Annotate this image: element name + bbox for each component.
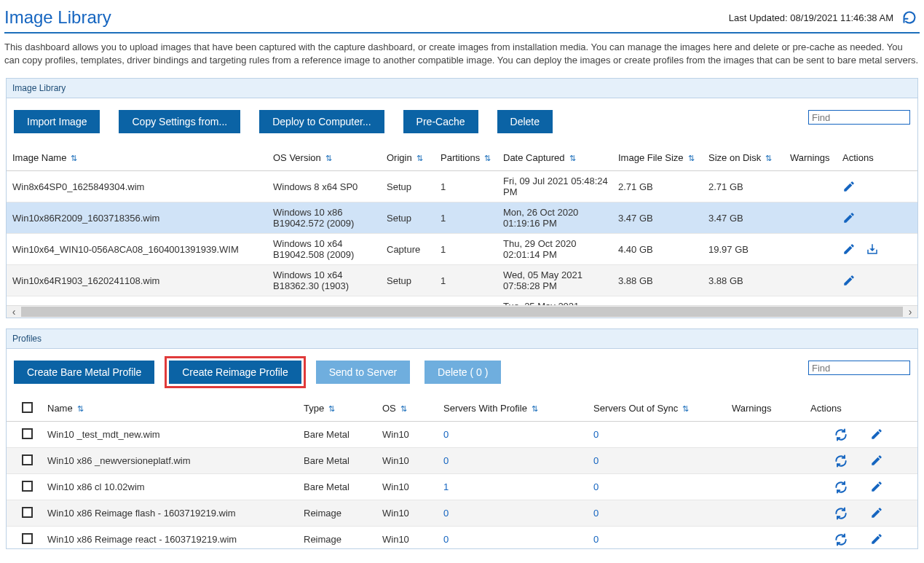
edit-icon[interactable] — [842, 211, 856, 224]
row-checkbox[interactable] — [22, 533, 33, 544]
cell-image-name: Win10x86R2009_1603718356.wim — [12, 213, 273, 224]
servers-out-of-sync-link[interactable]: 0 — [593, 455, 599, 466]
cell-size-on-disk: 19.97 GB — [708, 244, 790, 255]
pre-cache-button[interactable]: Pre-Cache — [403, 110, 478, 133]
sync-icon[interactable] — [834, 454, 848, 468]
servers-with-profile-link[interactable]: 0 — [443, 455, 449, 466]
cell-size-on-disk: 3.47 GB — [708, 213, 790, 224]
sync-icon[interactable] — [834, 506, 848, 521]
image-library-panel: Image Library Import Image Copy Settings… — [6, 78, 918, 318]
cell-origin: Setup — [387, 181, 441, 192]
col-profile-os[interactable]: OS⇅ — [382, 403, 443, 414]
sort-icon[interactable]: ⇅ — [71, 154, 77, 162]
profile-row[interactable]: Win10 x86 Reimage react - 1603719219.wim… — [7, 527, 917, 548]
servers-with-profile-link[interactable]: 1 — [443, 481, 449, 492]
edit-icon[interactable] — [842, 180, 856, 193]
delete-profile-button[interactable]: Delete ( 0 ) — [425, 361, 501, 384]
scroll-left-icon[interactable]: ‹ — [8, 306, 20, 318]
cell-os-version: Windows 10 x64 B18362.30 (1903) — [273, 269, 387, 291]
profile-row[interactable]: Win10 x86 _newversioneplatf.wimBare Meta… — [7, 448, 917, 474]
sort-icon[interactable]: ⇅ — [77, 404, 84, 413]
profile-row[interactable]: Win10 _test_mdt_new.wimBare MetalWin1000 — [7, 422, 917, 448]
scroll-track[interactable] — [21, 307, 903, 317]
cell-file-size: 3.47 GB — [618, 213, 708, 224]
send-to-server-button[interactable]: Send to Server — [316, 361, 410, 384]
servers-out-of-sync-link[interactable]: 0 — [593, 534, 599, 545]
edit-icon[interactable] — [870, 480, 883, 495]
cell-file-size: 4.40 GB — [618, 244, 708, 255]
sort-icon[interactable]: ⇅ — [400, 404, 407, 413]
cell-origin: Setup — [387, 275, 441, 286]
cell-origin: Setup — [387, 213, 441, 224]
edit-icon[interactable] — [842, 243, 856, 256]
image-row[interactable]: Win10x86R2009_1603718356.wimWindows 10 x… — [7, 202, 917, 234]
sort-icon[interactable]: ⇅ — [688, 154, 695, 162]
sort-icon[interactable]: ⇅ — [682, 404, 689, 413]
servers-with-profile-link[interactable]: 0 — [443, 534, 449, 545]
col-size-on-disk[interactable]: Size on Disk⇅ — [708, 152, 790, 163]
profile-find-input[interactable] — [808, 361, 910, 375]
servers-with-profile-link[interactable]: 0 — [443, 508, 449, 519]
title-rule — [4, 32, 920, 34]
profile-row[interactable]: Win10 x86 cl 10.02wimBare MetalWin1010 — [7, 474, 917, 500]
col-date-captured[interactable]: Date Captured⇅ — [503, 152, 618, 163]
edit-icon[interactable] — [870, 454, 883, 468]
profile-row[interactable]: Win10 x86 Reimage flash - 1603719219.wim… — [7, 500, 917, 527]
col-origin[interactable]: Origin⇅ — [387, 152, 441, 163]
image-row[interactable]: Win10x64R1903_1620241108.wimWindows 10 x… — [7, 265, 917, 296]
row-checkbox[interactable] — [22, 428, 33, 439]
row-checkbox[interactable] — [22, 481, 33, 492]
sort-icon[interactable]: ⇅ — [765, 154, 772, 162]
sync-icon[interactable] — [834, 428, 848, 442]
sync-icon[interactable] — [834, 532, 848, 547]
col-partitions[interactable]: Partitions⇅ — [441, 152, 503, 163]
servers-with-profile-link[interactable]: 0 — [443, 429, 449, 440]
cell-profile-name: Win10 x86 _newversioneplatf.wim — [47, 455, 304, 466]
refresh-icon[interactable] — [902, 10, 917, 25]
edit-icon[interactable] — [870, 506, 883, 521]
profiles-panel: Profiles Create Bare Metal Profile Creat… — [6, 328, 918, 549]
create-reimage-profile-button[interactable]: Create Reimage Profile — [169, 361, 301, 384]
delete-image-button[interactable]: Delete — [497, 110, 553, 133]
image-find-input[interactable] — [808, 110, 910, 125]
copy-settings-button[interactable]: Copy Settings from... — [119, 110, 240, 133]
col-servers-with-profile[interactable]: Servers With Profile⇅ — [443, 403, 593, 414]
sort-icon[interactable]: ⇅ — [325, 154, 332, 162]
servers-out-of-sync-link[interactable]: 0 — [593, 481, 599, 492]
col-profile-name[interactable]: Name⇅ — [47, 403, 304, 414]
sort-icon[interactable]: ⇅ — [532, 404, 538, 413]
col-os-version[interactable]: OS Version⇅ — [273, 152, 387, 163]
row-checkbox[interactable] — [22, 454, 33, 465]
edit-icon[interactable] — [870, 532, 883, 547]
sort-icon[interactable]: ⇅ — [484, 154, 491, 162]
col-servers-out-of-sync[interactable]: Servers Out of Sync⇅ — [593, 403, 732, 414]
cell-partitions: 1 — [441, 244, 503, 255]
image-grid-hscroll[interactable]: ‹ › — [7, 305, 917, 318]
sync-icon[interactable] — [834, 480, 848, 495]
col-image-name[interactable]: Image Name⇅ — [12, 152, 273, 163]
servers-out-of-sync-link[interactable]: 0 — [593, 508, 599, 519]
cell-partitions: 1 — [441, 213, 503, 224]
sort-icon[interactable]: ⇅ — [569, 154, 576, 162]
image-row[interactable]: Win7x86SP0_1621975751.wimWindows 7 x86 S… — [7, 296, 917, 305]
image-row[interactable]: Win10x64_WIN10-056A8CA08_1604001391939.W… — [7, 234, 917, 265]
cell-profile-type: Reimage — [304, 508, 382, 519]
sort-icon[interactable]: ⇅ — [416, 154, 423, 162]
deploy-to-computer-button[interactable]: Deploy to Computer... — [259, 110, 384, 133]
edit-icon[interactable] — [870, 428, 883, 442]
image-row[interactable]: Win8x64SP0_1625849304.wimWindows 8 x64 S… — [7, 171, 917, 202]
scroll-right-icon[interactable]: › — [904, 306, 916, 318]
select-all-checkbox[interactable] — [22, 402, 33, 413]
col-profile-type[interactable]: Type⇅ — [304, 403, 382, 414]
row-checkbox[interactable] — [22, 507, 33, 518]
cell-date-captured: Fri, 09 Jul 2021 05:48:24 PM — [503, 176, 618, 197]
cell-profile-name: Win10 _test_mdt_new.wim — [47, 429, 304, 440]
import-image-button[interactable]: Import Image — [14, 110, 100, 133]
servers-out-of-sync-link[interactable]: 0 — [593, 429, 599, 440]
edit-icon[interactable] — [842, 274, 856, 287]
download-icon[interactable] — [866, 243, 879, 256]
cell-profile-type: Reimage — [304, 534, 382, 545]
create-bare-metal-profile-button[interactable]: Create Bare Metal Profile — [14, 361, 154, 384]
sort-icon[interactable]: ⇅ — [328, 404, 335, 413]
col-file-size[interactable]: Image File Size⇅ — [618, 152, 708, 163]
